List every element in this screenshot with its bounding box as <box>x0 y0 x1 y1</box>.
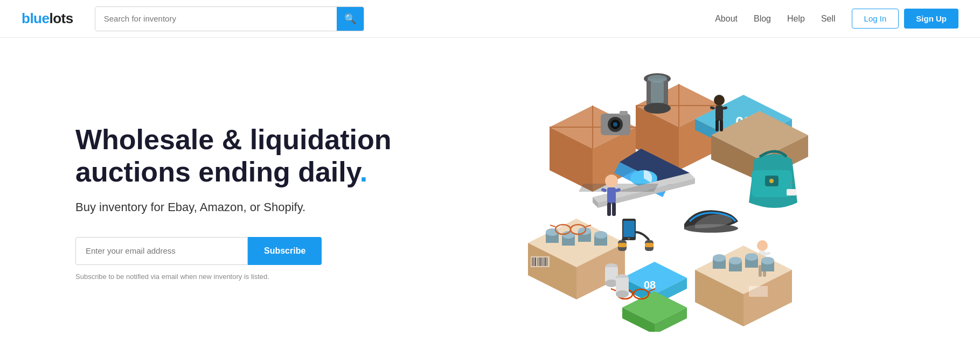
svg-point-100 <box>713 254 726 262</box>
email-note: Subscribe to be notified via email when … <box>75 273 399 281</box>
svg-rect-88 <box>651 81 664 103</box>
svg-rect-73 <box>715 106 723 121</box>
svg-rect-129 <box>623 221 635 237</box>
svg-rect-67 <box>607 187 616 204</box>
hero-content: Wholesale & liquidation auctions ending … <box>75 113 399 281</box>
search-bar: 🔍 <box>95 6 364 31</box>
svg-rect-74 <box>715 120 719 131</box>
svg-point-72 <box>714 95 725 106</box>
signup-button[interactable]: Sign Up <box>904 9 958 29</box>
search-icon: 🔍 <box>344 13 356 25</box>
svg-point-78 <box>757 240 768 251</box>
svg-line-53 <box>550 225 555 227</box>
main-nav: About Blog Help Sell <box>715 14 835 24</box>
svg-point-49 <box>594 231 607 239</box>
hero-title-line1: Wholesale & liquidation <box>75 124 391 155</box>
svg-point-65 <box>790 182 793 184</box>
hero-subtitle: Buy inventory for Ebay, Amazon, or Shopi… <box>75 200 399 214</box>
logo-blue-text: blue <box>22 10 49 27</box>
svg-point-92 <box>613 122 617 127</box>
svg-rect-93 <box>620 111 628 115</box>
header: bluelots 🔍 About Blog Help Sell Log In S… <box>0 0 980 38</box>
svg-point-103 <box>729 257 742 264</box>
nav-about[interactable]: About <box>715 14 738 24</box>
svg-rect-57 <box>618 243 627 247</box>
hero-title-dot: . <box>360 156 367 187</box>
logo-dark-text: lots <box>49 10 73 27</box>
nav-help[interactable]: Help <box>787 14 805 24</box>
svg-point-127 <box>616 290 629 298</box>
email-input[interactable] <box>75 237 248 265</box>
login-button[interactable]: Log In <box>852 9 899 29</box>
email-form: Subscribe <box>75 237 399 265</box>
search-button[interactable]: 🔍 <box>337 7 364 31</box>
svg-point-66 <box>605 174 618 187</box>
isometric-illustration: 08 <box>517 62 819 332</box>
hero-title-line2: auctions ending daily <box>75 156 360 187</box>
hero-title: Wholesale & liquidation auctions ending … <box>75 124 399 189</box>
svg-rect-75 <box>720 120 723 131</box>
svg-point-87 <box>648 75 667 82</box>
nav-sell[interactable]: Sell <box>821 14 836 24</box>
svg-point-62 <box>769 179 774 183</box>
svg-rect-83 <box>765 251 770 255</box>
svg-rect-58 <box>645 243 654 247</box>
svg-rect-97 <box>749 286 768 297</box>
search-input[interactable] <box>95 7 337 31</box>
svg-rect-69 <box>612 203 616 216</box>
svg-point-109 <box>761 257 774 264</box>
svg-point-106 <box>745 253 758 261</box>
hero-section: Wholesale & liquidation auctions ending … <box>0 38 980 356</box>
svg-rect-68 <box>607 203 611 216</box>
illustration-container: 08 <box>517 62 819 332</box>
subscribe-button[interactable]: Subscribe <box>248 237 322 265</box>
nav-blog[interactable]: Blog <box>754 14 771 24</box>
svg-point-86 <box>644 103 671 114</box>
hero-illustration: 08 <box>399 57 937 337</box>
logo[interactable]: bluelots <box>22 10 73 27</box>
svg-point-130 <box>628 238 630 240</box>
svg-rect-63 <box>787 189 796 196</box>
